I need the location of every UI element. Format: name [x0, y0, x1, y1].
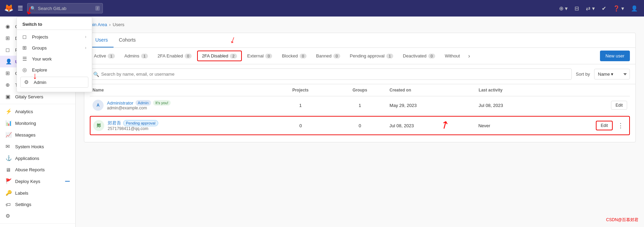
filter-banned-count: 0 — [333, 54, 340, 58]
applications-icon: 🖥 — [6, 167, 12, 173]
user-search-input[interactable] — [90, 68, 572, 80]
avatar-pending: 郊 — [93, 120, 104, 131]
cicd-icon: ⚡ — [6, 108, 12, 115]
explore-icon: ◎ — [22, 67, 29, 73]
sidebar-item-gitaly-servers[interactable]: ▣ Gitaly Servers — [0, 91, 75, 102]
col-header-created: Created on — [389, 88, 479, 93]
sidebar-item-labels[interactable]: 🏷 Settings — [0, 199, 75, 210]
dropdown-explore-label: Explore — [32, 67, 47, 73]
global-search-bar[interactable]: 🔍 Search GitLab / — [27, 3, 103, 13]
projects-sidebar-icon: ◻ — [6, 47, 12, 53]
filter-blocked-count: 0 — [300, 54, 307, 58]
sidebar-gitaly-label: Gitaly Servers — [15, 94, 43, 99]
admin-badge: Admin — [136, 100, 151, 106]
filter-tab-pending-approval[interactable]: Pending approval 1 — [346, 51, 397, 61]
dropdown-item-admin[interactable]: ⚙ Admin — [20, 77, 88, 88]
user-projects-admin: 1 — [271, 103, 330, 108]
filter-pending-count: 1 — [386, 54, 393, 58]
filter-2fa-enabled-label: 2FA Enabled — [158, 53, 183, 58]
hamburger-menu-button[interactable]: ☰ — [16, 3, 24, 13]
dropdown-yourwork-label: Your work — [32, 56, 52, 62]
dropdown-item-explore[interactable]: ◎ Explore — [17, 64, 92, 75]
users-table: Name Projects Groups Created on Last act… — [84, 84, 635, 142]
watermark-text: CSDN@百慕郊君 — [606, 217, 638, 223]
you-badge: It's you! — [153, 100, 171, 106]
filter-tab-2fa-disabled[interactable]: 2FA Disabled 2 — [197, 51, 242, 61]
user-actions-admin: Edit — [568, 101, 627, 110]
dropdown-item-projects[interactable]: ◻ Projects › — [17, 31, 92, 42]
user-activity-admin: Jul 08, 2023 — [479, 103, 568, 108]
sidebar-item-messages[interactable]: ✉ System Hooks — [0, 141, 75, 152]
sort-by-label: Sort by — [576, 72, 590, 77]
sidebar-item-analytics[interactable]: 📊 Monitoring — [0, 117, 75, 129]
abuse-reports-badge — [65, 181, 70, 182]
sidebar-monitoring-label: Messages — [15, 132, 35, 138]
edit-button-pending[interactable]: Edit — [596, 121, 613, 130]
filter-deactivated-label: Deactivated — [403, 53, 427, 58]
main-tabs-row: Users Cohorts — [84, 33, 635, 48]
sidebar-item-abuse-reports[interactable]: 🚩 Deploy Keys — [0, 175, 75, 187]
filter-tab-active[interactable]: Active 1 — [90, 51, 119, 61]
sidebar-applications-label: Abuse Reports — [15, 167, 45, 172]
dropdown-item-groups[interactable]: ⊞ Groups › — [17, 42, 92, 53]
dropdown-item-your-work[interactable]: ☰ Your work — [17, 53, 92, 64]
abuse-reports-icon: 🚩 — [6, 178, 12, 184]
dropdown-projects-label: Projects — [32, 34, 48, 40]
main-content-area: Admin Area › Users Users Cohorts Active … — [76, 17, 644, 227]
edit-button-admin[interactable]: Edit — [611, 101, 627, 110]
more-options-button-pending[interactable]: ⋮ — [615, 120, 626, 131]
filter-tab-banned[interactable]: Banned 0 — [312, 51, 344, 61]
filter-tab-2fa-enabled[interactable]: 2FA Enabled 0 — [153, 51, 196, 61]
filter-deactivated-count: 0 — [428, 54, 435, 58]
top-navbar: 🦊 ☰ 🔍 Search GitLab / ⊕ ▾ ⊟ ⇄ ▾ ✔ ❓ ▾ 👤 — [0, 0, 644, 17]
help-icon[interactable]: ❓ ▾ — [611, 4, 626, 13]
breadcrumb-separator: › — [109, 22, 110, 27]
filter-2fa-enabled-count: 0 — [185, 54, 192, 58]
create-new-icon[interactable]: ⊕ ▾ — [557, 4, 570, 13]
merge-requests-icon[interactable]: ⇄ ▾ — [584, 4, 597, 13]
filter-2fa-disabled-count: 2 — [230, 54, 237, 58]
filter-tab-blocked[interactable]: Blocked 0 — [278, 51, 310, 61]
filter-tab-external[interactable]: External 0 — [243, 51, 277, 61]
sidebar-item-monitoring[interactable]: 📈 Messages — [0, 129, 75, 141]
filter-tab-admins[interactable]: Admins 1 — [120, 51, 152, 61]
groups-icon: ⊞ — [22, 45, 29, 51]
username-admin-link[interactable]: Administrator — [107, 100, 133, 106]
sidebar-item-deploy-keys[interactable]: 🔑 Labels — [0, 187, 75, 199]
filter-admins-label: Admins — [125, 53, 139, 58]
col-header-groups: Groups — [330, 88, 390, 93]
user-name-cell-admin: A Administrator Admin It's you! admin@ex… — [93, 100, 271, 111]
tab-users[interactable]: Users — [90, 33, 114, 47]
table-row: A Administrator Admin It's you! admin@ex… — [90, 96, 630, 115]
todos-icon[interactable]: ✔ — [600, 4, 608, 13]
filter-more-button[interactable]: › — [465, 51, 473, 61]
your-work-icon: ☰ — [22, 56, 29, 62]
new-user-button[interactable]: New user — [600, 51, 630, 61]
filter-tab-without[interactable]: Without — [441, 51, 464, 61]
sidebar-section-ops: ⚡ Analytics 📊 Monitoring 📈 Messages ✉ Sy… — [0, 104, 75, 224]
filter-2fa-disabled-label: 2FA Disabled — [202, 53, 228, 58]
sidebar-item-applications[interactable]: 🖥 Abuse Reports — [0, 164, 75, 175]
dropdown-admin-label: Admin — [34, 80, 46, 85]
sidebar-item-system-hooks[interactable]: ⚓ Applications — [0, 152, 75, 164]
pending-badge: Pending approval — [123, 120, 158, 126]
topics-icon: ⊕ — [6, 82, 12, 88]
filter-active-count: 1 — [108, 54, 115, 58]
tab-cohorts[interactable]: Cohorts — [114, 33, 141, 47]
sidebar-item-cicd[interactable]: ⚡ Analytics — [0, 106, 75, 117]
filter-tab-deactivated[interactable]: Deactivated 0 — [399, 51, 439, 61]
sidebar-messages-label: System Hooks — [15, 144, 44, 149]
issues-icon[interactable]: ⊟ — [572, 4, 581, 13]
user-avatar-icon[interactable]: 👤 — [629, 4, 640, 13]
sort-select[interactable]: Name ▾ Created Last activity — [594, 69, 630, 79]
labels-icon: 🏷 — [6, 202, 12, 207]
username-pending-link[interactable]: 郊君吾 — [108, 120, 121, 126]
monitoring-icon: 📈 — [6, 132, 12, 138]
groups-sidebar-icon: ⊞ — [6, 70, 12, 76]
table-header: Name Projects Groups Created on Last act… — [90, 84, 630, 96]
sidebar-item-settings[interactable]: ⚙ — [0, 210, 75, 222]
user-groups-pending: 0 — [330, 123, 389, 128]
search-placeholder-text: Search GitLab — [38, 6, 66, 11]
user-created-pending: Jul 08, 2023 — [389, 123, 478, 128]
user-name-cell-pending: 郊 郊君吾 Pending approval 2571798411@qq.com — [93, 120, 271, 131]
